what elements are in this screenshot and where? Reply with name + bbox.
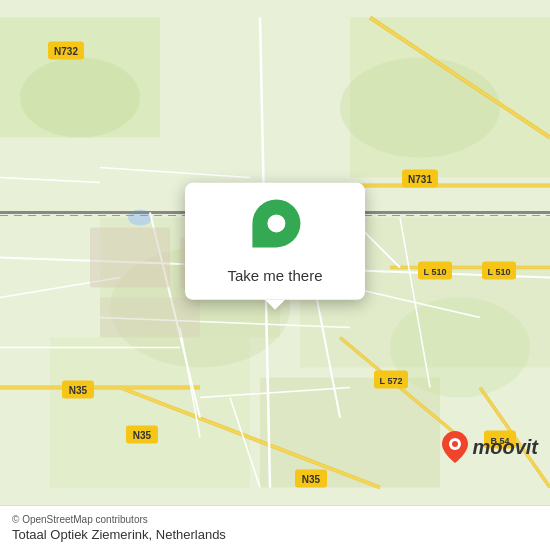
- svg-text:N732: N732: [54, 46, 78, 57]
- take-me-there-button[interactable]: Take me there: [227, 262, 322, 287]
- moovit-logo: moovit: [442, 431, 538, 463]
- moovit-pin-icon: [442, 431, 468, 463]
- map-container[interactable]: N732 N731 L 510 L 510 N35 N35 N35 L 572: [0, 0, 550, 505]
- location-pin-icon: [252, 199, 300, 247]
- svg-rect-46: [100, 298, 200, 338]
- pin-wrapper: [240, 189, 311, 260]
- svg-rect-6: [260, 378, 440, 488]
- svg-point-8: [340, 58, 500, 158]
- svg-point-7: [20, 58, 140, 138]
- svg-text:N35: N35: [302, 474, 321, 485]
- svg-text:N35: N35: [133, 430, 152, 441]
- bottom-bar: © OpenStreetMap contributors Totaal Opti…: [0, 505, 550, 550]
- svg-rect-44: [90, 228, 170, 288]
- svg-text:N35: N35: [69, 385, 88, 396]
- svg-text:L 510: L 510: [424, 267, 447, 277]
- svg-point-66: [452, 441, 458, 447]
- svg-text:L 572: L 572: [380, 376, 403, 386]
- popup-card: Take me there: [185, 182, 365, 299]
- app: N732 N731 L 510 L 510 N35 N35 N35 L 572: [0, 0, 550, 550]
- svg-text:N731: N731: [408, 174, 432, 185]
- svg-text:L 510: L 510: [488, 267, 511, 277]
- map-attribution: © OpenStreetMap contributors: [12, 514, 538, 525]
- location-title: Totaal Optiek Ziemerink, Netherlands: [12, 527, 538, 542]
- moovit-brand-text: moovit: [472, 436, 538, 459]
